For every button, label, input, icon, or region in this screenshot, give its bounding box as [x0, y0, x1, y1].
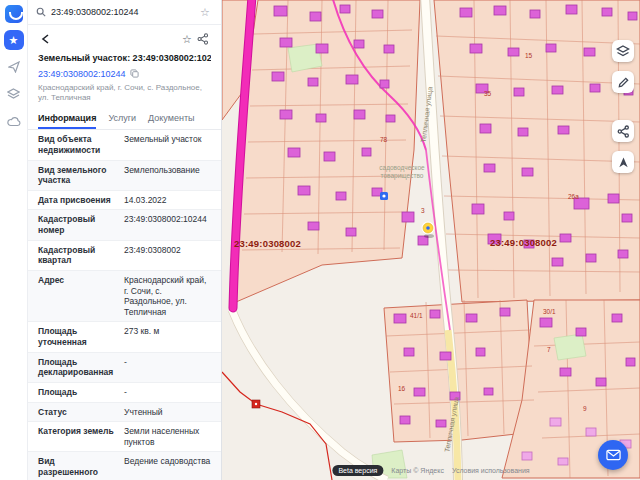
maps-copyright: Карты © Яндекс [391, 467, 444, 474]
row-value: Земельный участок [124, 134, 211, 155]
map-controls [612, 40, 634, 173]
object-info-panel: ☆ ☆ Земельный участок: 23:49:0308002:102… [28, 0, 222, 480]
row-label: Вид земельного участка [38, 165, 116, 186]
map-share-button[interactable] [612, 120, 634, 142]
pencil-icon [617, 76, 630, 89]
info-row: Дата присвоения14.03.2022 [28, 191, 221, 211]
copy-icon[interactable] [130, 69, 139, 78]
row-label: Вид разрешенного использования [38, 456, 116, 480]
map-share-icon [617, 125, 630, 138]
info-row: Категория земельЗемли населенных пунктов [28, 422, 221, 452]
info-row: Площадь уточненная273 кв. м [28, 322, 221, 352]
map-layers-icon [616, 44, 630, 58]
info-row: СтатусУчтенный [28, 403, 221, 423]
row-value: 23:49:0308002:10244 [124, 214, 211, 235]
search-input[interactable] [51, 7, 192, 17]
layers-tool-button[interactable] [4, 84, 24, 104]
row-value: 273 кв. м [124, 326, 211, 347]
house-number: 30/1 [543, 308, 556, 315]
search-bar: ☆ [28, 0, 221, 25]
row-label: Площадь [38, 387, 116, 398]
row-label: Категория земель [38, 426, 116, 447]
transit-stop-icon [380, 192, 388, 200]
house-number: 41/1 [410, 312, 423, 319]
tab-информация[interactable]: Информация [38, 110, 96, 129]
terms-link[interactable]: Условия использования [452, 467, 530, 474]
row-label: Адрес [38, 275, 116, 318]
search-icon [36, 7, 46, 17]
info-row: Кадастровый квартал23:49:0308002 [28, 241, 221, 271]
map-render: 153578326а41/130/17169 23:49:0308002 23:… [222, 0, 640, 480]
row-label: Площадь уточненная [38, 326, 116, 347]
cloud-tool-button[interactable] [4, 111, 24, 131]
house-number: 9 [583, 405, 587, 412]
cadastral-quarter-label-right: 23:49:0308002 [490, 237, 557, 248]
info-row: АдресКраснодарский край, г. Сочи, с. Раз… [28, 271, 221, 323]
app-logo[interactable] [5, 5, 23, 23]
map-layers-button[interactable] [612, 40, 634, 62]
info-row: Кадастровый номер23:49:0308002:10244 [28, 210, 221, 240]
object-address: Краснодарский край, г. Сочи, с. Раздольн… [38, 83, 211, 105]
info-row: Площадь декларированная- [28, 353, 221, 383]
row-label: Кадастровый квартал [38, 245, 116, 266]
panel-tabs: ИнформацияУслугиДокументы [28, 104, 221, 130]
house-number: 3 [421, 207, 425, 214]
row-value: 14.03.2022 [124, 195, 211, 206]
info-row: Вид разрешенного использованияВедение са… [28, 452, 221, 480]
row-value: Земли населенных пунктов [124, 426, 211, 447]
row-value: - [124, 387, 211, 398]
house-number: 16 [398, 385, 406, 392]
panel-header: ☆ Земельный участок: 23:49:0308002:10244… [28, 25, 221, 104]
area-label-line1: садоводческое [379, 164, 425, 172]
feedback-mail-button[interactable] [598, 440, 628, 470]
tab-услуги[interactable]: Услуги [108, 110, 136, 129]
house-number: 78 [380, 136, 388, 143]
house-number: 35 [484, 90, 492, 97]
house-number: 26а [568, 193, 579, 200]
row-value: - [124, 357, 211, 378]
map-edit-button[interactable] [612, 71, 634, 93]
cadastral-number-link[interactable]: 23:49:0308002:10244 [38, 69, 211, 79]
info-table: Вид объекта недвижимостиЗемельный участо… [28, 130, 221, 480]
row-value: 23:49:0308002 [124, 245, 211, 266]
row-value: Ведение садоводства [124, 456, 211, 480]
row-value: Краснодарский край, г. Сочи, с. Раздольн… [124, 275, 211, 318]
row-label: Вид объекта недвижимости [38, 134, 116, 155]
layers-icon [7, 88, 20, 101]
map-locate-button[interactable] [612, 151, 634, 173]
share-button[interactable] [195, 31, 211, 47]
send-tool-button[interactable] [4, 57, 24, 77]
bookmark-search-icon[interactable]: ☆ [197, 4, 213, 20]
house-number: 15 [525, 52, 533, 59]
beta-badge: Beta версия [332, 465, 383, 476]
cadastral-quarter-label-left: 23:49:0308002 [234, 238, 301, 249]
info-row: Вид объекта недвижимостиЗемельный участо… [28, 130, 221, 160]
favorite-star-button[interactable]: ☆ [179, 31, 195, 47]
row-label: Статус [38, 407, 116, 418]
paper-plane-icon [8, 61, 20, 73]
map-canvas[interactable]: 153578326а41/130/17169 23:49:0308002 23:… [222, 0, 640, 480]
back-button[interactable] [38, 31, 54, 47]
favorites-tool-button[interactable]: ★ [4, 30, 24, 50]
area-label-line2: товарищество [381, 172, 424, 180]
row-value: Учтенный [124, 407, 211, 418]
tab-документы[interactable]: Документы [148, 110, 194, 129]
info-row: Вид земельного участкаЗемлепользование [28, 161, 221, 191]
cloud-icon [7, 116, 21, 127]
locate-arrow-icon [617, 156, 630, 169]
star-icon: ★ [9, 34, 19, 47]
house-number: 7 [547, 346, 551, 353]
row-label: Площадь декларированная [38, 357, 116, 378]
row-label: Дата присвоения [38, 195, 116, 206]
row-label: Кадастровый номер [38, 214, 116, 235]
mail-icon [606, 449, 621, 461]
info-row: Площадь- [28, 383, 221, 403]
row-value: Землепользование [124, 165, 211, 186]
map-attribution: Beta версия Карты © Яндекс Условия испол… [332, 465, 529, 476]
page-title: Земельный участок: 23:49:0308002:10244 [38, 53, 211, 65]
left-toolbar: ★ [0, 0, 28, 480]
